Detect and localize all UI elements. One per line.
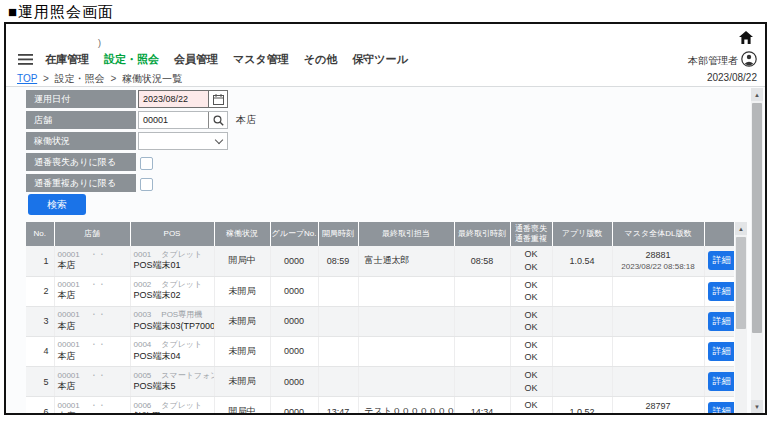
menu-item-master[interactable]: マスタ管理 (233, 52, 289, 67)
cell-detail: 詳細 (704, 306, 734, 336)
scroll-down-arrow[interactable]: ▼ (751, 400, 763, 413)
cell-store: 00001・・ 本店 (54, 367, 130, 397)
scroll-up-arrow[interactable]: ▲ (751, 88, 763, 101)
operation-date-input[interactable]: 2023/08/22 (138, 90, 228, 108)
detail-button[interactable]: 詳細 (708, 251, 735, 270)
cell-open-time (318, 306, 358, 336)
cell-last-staff (358, 336, 454, 366)
pos-status-table: No. 店舗 POS 稼働状況 グループNo. 開局時刻 最終取引担当 最終取引… (26, 222, 734, 415)
table-row: 2 00001・・ 本店 0002タブレット POS端末02 未開局 0000 … (26, 276, 734, 306)
cell-last-time (454, 336, 510, 366)
menu-item-inventory[interactable]: 在庫管理 (45, 52, 89, 67)
cell-open-time (318, 367, 358, 397)
cell-status: 未開局 (214, 276, 270, 306)
app-window: ) 在庫管理 設定・照会 会員管理 マスタ管理 その他 保守ツール 本部管理者 … (4, 22, 767, 415)
cell-master-version (612, 336, 704, 366)
cell-seq: OK OK (510, 246, 552, 276)
menu-item-maintenance[interactable]: 保守ツール (352, 52, 408, 67)
cell-master-version (612, 367, 704, 397)
seq-loss-filter-label: 通番喪失ありに限る (26, 153, 136, 171)
cell-no: 3 (26, 306, 54, 336)
page-scrollbar-thumb[interactable] (752, 103, 762, 333)
cell-group-no: 0000 (270, 367, 318, 397)
operation-status-select[interactable] (138, 132, 228, 150)
user-chip[interactable]: 本部管理者 (688, 51, 757, 71)
store-code-value[interactable]: 00001 (139, 112, 208, 128)
header-seq: 通番喪失 通番重複 (510, 222, 552, 246)
table-scrollbar[interactable]: ▲ (735, 222, 747, 413)
breadcrumb-crumb-settings: 設定・照会 (55, 73, 105, 84)
cell-last-staff (358, 306, 454, 336)
cell-status: 未開局 (214, 336, 270, 366)
cell-no: 2 (26, 276, 54, 306)
cell-store: 00001・・ 本店 (54, 336, 130, 366)
detail-button[interactable]: 詳細 (708, 372, 735, 391)
cell-store: 00001・・ 本店 (54, 276, 130, 306)
cell-seq: OK OK (510, 367, 552, 397)
menu-item-members[interactable]: 会員管理 (174, 52, 218, 67)
search-button[interactable]: 検索 (28, 194, 86, 215)
header-pos: POS (130, 222, 214, 246)
breadcrumb-top-link[interactable]: TOP (17, 73, 37, 84)
cell-group-no: 0000 (270, 306, 318, 336)
form-row-seq-dup: 通番重複ありに限る (26, 174, 153, 192)
table-row: 6 00001・・ 本店 0006タブレット 勉強用 開局中 0000 13:4… (26, 397, 734, 415)
cell-store: 00001・・ 本店 (54, 246, 130, 276)
breadcrumb-separator: > (110, 73, 116, 84)
cell-app-version: 1.0.54 (552, 246, 612, 276)
seq-dup-checkbox[interactable] (140, 178, 153, 191)
table-scrollbar-thumb[interactable] (736, 237, 746, 329)
detail-button[interactable]: 詳細 (708, 342, 735, 361)
header-detail (704, 222, 734, 246)
table-header-row: No. 店舗 POS 稼働状況 グループNo. 開局時刻 最終取引担当 最終取引… (26, 222, 734, 246)
cell-open-time (318, 336, 358, 366)
cell-no: 6 (26, 397, 54, 415)
cell-master-version (612, 276, 704, 306)
cell-detail: 詳細 (704, 336, 734, 366)
cell-seq: OK OK (510, 336, 552, 366)
cell-pos: 0005スマートフォン POS端末5 (130, 367, 214, 397)
cell-detail: 詳細 (704, 276, 734, 306)
cell-store: 00001・・ 本店 (54, 397, 130, 415)
page-title: ■運用照会画面 (8, 3, 114, 22)
detail-button[interactable]: 詳細 (708, 312, 735, 331)
user-avatar-icon[interactable] (741, 51, 757, 71)
store-name-text: 本店 (236, 113, 256, 127)
cell-no: 4 (26, 336, 54, 366)
cell-pos: 0003POS専用機 POS端末03(TP7000C) (130, 306, 214, 336)
stray-character: ) (98, 38, 101, 48)
breadcrumb-separator: > (43, 73, 49, 84)
operation-date-value[interactable]: 2023/08/22 (139, 91, 208, 107)
scroll-up-arrow[interactable]: ▲ (735, 222, 747, 235)
cell-last-time (454, 306, 510, 336)
cell-last-time: 14:34 (454, 397, 510, 415)
cell-last-time (454, 367, 510, 397)
store-code-input[interactable]: 00001 (138, 111, 228, 129)
page-scrollbar[interactable]: ▲ ▼ (751, 88, 763, 413)
seq-loss-checkbox[interactable] (140, 157, 153, 170)
calendar-icon[interactable] (208, 91, 227, 107)
cell-group-no: 0000 (270, 336, 318, 366)
cell-master-version: 28881 2023/08/22 08:58:18 (612, 246, 704, 276)
cell-app-version (552, 367, 612, 397)
menu-item-settings-inquiry[interactable]: 設定・照会 (104, 52, 159, 67)
cell-status: 開局中 (214, 246, 270, 276)
user-name: 本部管理者 (688, 54, 738, 68)
cell-last-time: 08:58 (454, 246, 510, 276)
cell-group-no: 0000 (270, 276, 318, 306)
cell-last-staff: 富士通太郎 (358, 246, 454, 276)
header-last-staff: 最終取引担当 (358, 222, 454, 246)
cell-group-no: 0000 (270, 397, 318, 415)
home-icon[interactable] (739, 30, 753, 48)
cell-no: 1 (26, 246, 54, 276)
form-row-status: 稼働状況 (26, 132, 228, 150)
table-row: 4 00001・・ 本店 0004タブレット POS端末04 未開局 0000 … (26, 336, 734, 366)
cell-open-time: 08:59 (318, 246, 358, 276)
menu-item-other[interactable]: その他 (304, 52, 338, 67)
hamburger-menu-icon[interactable] (18, 54, 33, 65)
search-icon[interactable] (208, 112, 227, 128)
detail-button[interactable]: 詳細 (708, 402, 735, 415)
cell-pos: 0006タブレット 勉強用 (130, 397, 214, 415)
detail-button[interactable]: 詳細 (708, 282, 735, 301)
cell-seq: OK OK (510, 397, 552, 415)
